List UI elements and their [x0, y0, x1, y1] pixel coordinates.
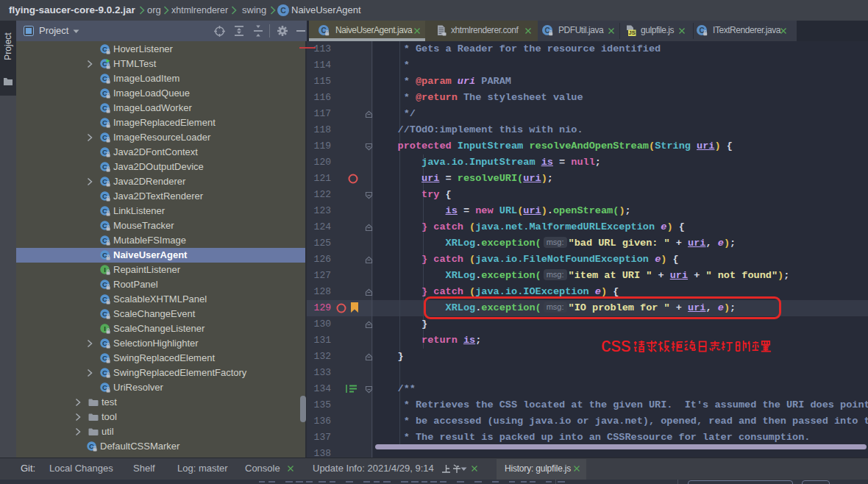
- svg-text:C: C: [280, 6, 286, 15]
- svg-text:JS: JS: [629, 29, 636, 36]
